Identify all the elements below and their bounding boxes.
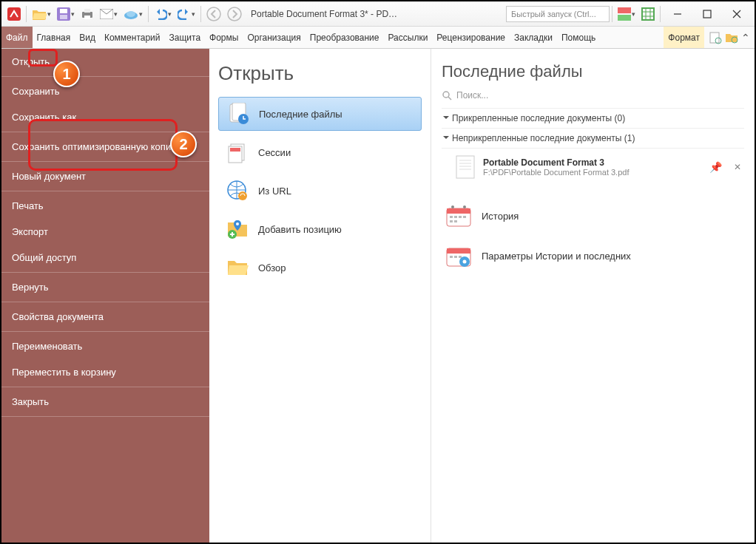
- recent-group-pinned[interactable]: Прикрепленные последние документы (0): [442, 109, 744, 129]
- sidebar-new-label: Новый документ: [12, 171, 86, 182]
- tab-review[interactable]: Рецензирование: [432, 27, 510, 48]
- divider: [1, 331, 209, 332]
- sidebar-item-save[interactable]: Сохранить: [1, 78, 209, 104]
- svg-rect-51: [459, 256, 462, 258]
- pin-icon[interactable]: 📌: [709, 161, 722, 173]
- fullscreen-icon[interactable]: [638, 4, 658, 24]
- annotation-badge-1: 1: [53, 61, 80, 87]
- sidebar-close-label: Закрыть: [12, 396, 49, 407]
- calendar-gear-icon: [445, 243, 473, 268]
- open-icon[interactable]: ▾: [29, 4, 54, 24]
- sidebar-item-share[interactable]: Общий доступ: [1, 245, 209, 271]
- app-icon[interactable]: [4, 4, 24, 24]
- tab-convert[interactable]: Преобразование: [306, 27, 384, 48]
- tab-home[interactable]: Главная: [33, 27, 75, 48]
- recent-search[interactable]: Поиск...: [442, 87, 744, 109]
- annotation-badge-2: 2: [170, 131, 197, 157]
- calendar-icon: [445, 203, 473, 228]
- sidebar-item-properties[interactable]: Свойства документа: [1, 304, 209, 330]
- search-folder-icon[interactable]: [725, 32, 738, 44]
- recent-group-unpinned[interactable]: Неприкрепленные последние документы (1): [442, 129, 744, 149]
- quick-launch-input[interactable]: Быстрый запуск (Ctrl...: [506, 6, 610, 22]
- close-button[interactable]: [722, 4, 752, 24]
- globe-icon: [226, 179, 249, 203]
- tab-share[interactable]: Рассылки: [384, 27, 433, 48]
- recent-file-path: F:\PDF\Portable Document Format 3.pdf: [483, 168, 629, 177]
- svg-rect-43: [459, 216, 462, 218]
- divider: [1, 302, 209, 302]
- sidebar-item-revert[interactable]: Вернуть: [1, 274, 209, 300]
- print-icon[interactable]: [78, 4, 97, 24]
- nav-back-icon[interactable]: [203, 4, 224, 24]
- svg-rect-3: [60, 15, 67, 19]
- svg-point-30: [443, 92, 449, 98]
- divider: [1, 76, 209, 77]
- sidebar-item-new[interactable]: Новый документ: [1, 163, 209, 189]
- recent-pane: Последние файлы Поиск... Прикрепленные п…: [431, 49, 755, 543]
- undo-icon[interactable]: ▾: [151, 4, 175, 24]
- mail-icon[interactable]: ▾: [97, 4, 121, 24]
- recent-history-label: История: [482, 211, 519, 222]
- open-recent-files[interactable]: Последние файлы: [218, 97, 422, 131]
- save-icon[interactable]: ▾: [54, 4, 78, 24]
- tab-file[interactable]: Файл: [1, 27, 33, 48]
- divider: [1, 387, 209, 387]
- divider: [1, 191, 209, 191]
- open-browse[interactable]: Обзор: [218, 251, 422, 285]
- folder-icon: [226, 256, 249, 279]
- recent-history-settings[interactable]: Параметры Истории и последних: [442, 236, 744, 276]
- recent-file-name: Portable Document Format 3: [483, 157, 629, 168]
- tab-bookmarks[interactable]: Закладки: [510, 27, 557, 48]
- svg-rect-41: [450, 216, 453, 218]
- tab-help[interactable]: Помощь: [557, 27, 600, 48]
- divider: [1, 416, 209, 417]
- nav-forward-icon[interactable]: [224, 4, 245, 24]
- recent-title: Последние файлы: [442, 62, 744, 81]
- tab-forms[interactable]: Формы: [205, 27, 243, 48]
- sidebar-item-open[interactable]: Открыть: [1, 49, 209, 75]
- recent-history[interactable]: История: [442, 196, 744, 236]
- svg-rect-16: [703, 10, 711, 18]
- window-title: Portable Document Format 3* - PDF-XC...: [251, 9, 399, 19]
- open-add-label: Добавить позицию: [258, 224, 342, 235]
- tab-comment[interactable]: Комментарий: [100, 27, 165, 48]
- open-browse-label: Обзор: [258, 262, 286, 273]
- collapse-ribbon-icon[interactable]: ⌃: [741, 32, 750, 44]
- svg-rect-12: [618, 7, 631, 13]
- svg-point-10: [207, 7, 220, 21]
- maximize-button[interactable]: [692, 4, 722, 24]
- redo-icon[interactable]: ▾: [175, 4, 198, 24]
- remove-recent-icon[interactable]: ✕: [734, 162, 741, 172]
- tab-organize[interactable]: Организация: [243, 27, 305, 48]
- divider: [1, 272, 209, 273]
- ui-options-icon[interactable]: ▾: [615, 4, 638, 24]
- open-sessions[interactable]: Сессии: [218, 135, 422, 169]
- tab-protect[interactable]: Защита: [165, 27, 206, 48]
- sessions-icon: [226, 140, 249, 164]
- quick-access-toolbar: ▾ ▾ ▾ ▾ ▾ ▾ Portable Document Format 3* …: [1, 1, 755, 27]
- svg-rect-48: [447, 248, 470, 254]
- sidebar-item-print[interactable]: Печать: [1, 193, 209, 219]
- quick-launch-placeholder: Быстрый запуск (Ctrl...: [511, 10, 596, 18]
- sidebar-item-save-as[interactable]: Сохранить как: [1, 104, 209, 130]
- open-from-url[interactable]: Из URL: [218, 174, 422, 208]
- svg-point-11: [228, 7, 241, 21]
- open-add-place[interactable]: Добавить позицию: [218, 212, 422, 246]
- sidebar-item-trash[interactable]: Переместить в корзину: [1, 359, 209, 385]
- svg-rect-25: [230, 148, 240, 152]
- svg-rect-45: [450, 220, 453, 222]
- sidebar-item-close[interactable]: Закрыть: [1, 389, 209, 415]
- find-icon[interactable]: [709, 31, 722, 44]
- svg-rect-46: [454, 220, 457, 222]
- minimize-button[interactable]: [663, 4, 692, 24]
- svg-rect-42: [454, 216, 457, 218]
- tab-format[interactable]: Формат: [664, 27, 704, 48]
- tab-view[interactable]: Вид: [75, 27, 100, 48]
- sidebar-open-label: Открыть: [12, 56, 50, 67]
- sidebar-revert-label: Вернуть: [12, 282, 49, 293]
- sidebar-item-export[interactable]: Экспорт: [1, 219, 209, 245]
- sidebar-item-rename[interactable]: Переименовать: [1, 333, 209, 359]
- cloud-icon[interactable]: ▾: [121, 4, 146, 24]
- open-sessions-label: Сессии: [258, 147, 291, 158]
- recent-file-row[interactable]: Portable Document Format 3 F:\PDF\Portab…: [442, 149, 744, 186]
